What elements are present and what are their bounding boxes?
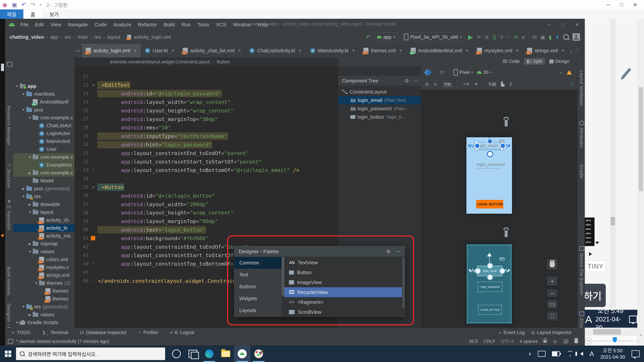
align-icon[interactable]: ▙ — [501, 81, 504, 87]
palette-category-scrollbar[interactable] — [282, 257, 284, 296]
sad-face-icon[interactable]: ☹ — [563, 339, 568, 345]
baseline-handle[interactable] — [487, 151, 493, 157]
stripe-attributes[interactable]: Attributes — [579, 128, 584, 148]
debug-icon[interactable]: ⣿ — [492, 34, 496, 40]
view-options-icon[interactable]: ◎ — [425, 81, 429, 87]
happy-face-icon[interactable]: ☺ — [552, 339, 558, 344]
tree-item-values[interactable]: ▶values — [13, 311, 74, 319]
infer-constraints-icon[interactable]: ✦ — [474, 81, 478, 87]
tab-close-icon[interactable]: ✕ — [516, 48, 519, 53]
battery-icon[interactable] — [552, 351, 560, 356]
stripe-layout-validation[interactable]: Layout Validation — [579, 70, 584, 106]
tab-close-icon[interactable]: ✕ — [399, 48, 402, 53]
palette-item-RecyclerView[interactable]: RecyclerView — [284, 287, 402, 297]
tree-item-themes[interactable]: <>themes — [13, 295, 74, 303]
caret-position[interactable]: 35:5 — [469, 339, 478, 344]
tree-toggle-icon[interactable]: ▶ — [27, 171, 33, 175]
line-separator[interactable]: CRLF — [484, 339, 496, 344]
sdk-manager-icon[interactable]: ⬇ — [555, 34, 560, 40]
constraint-handle-left[interactable] — [474, 143, 480, 149]
tab-close-icon[interactable]: ✕ — [352, 48, 355, 53]
profiler-icon[interactable]: ◔ — [507, 34, 510, 40]
tree-item-Gradle Scripts[interactable]: ▼Gradle Scripts — [13, 319, 74, 327]
breadcrumb-main[interactable]: main — [78, 34, 88, 40]
menu-tools[interactable]: Tools — [195, 21, 212, 28]
menu-analyze[interactable]: Analyze — [111, 21, 134, 28]
tree-toggle-icon[interactable]: ▼ — [27, 210, 33, 214]
tree-item-res[interactable]: ▼res(generated) — [13, 303, 74, 311]
tree-item-strings.xml[interactable]: <>strings.xml — [13, 271, 74, 279]
project-tree-panel[interactable]: ▼app▼manifestsMFAndroidManif▼java▼com.ex… — [13, 44, 74, 346]
stripe-structure[interactable]: 7: Structure — [6, 164, 12, 188]
tab-list-chevron-icon[interactable]: ⌄ — [569, 48, 573, 53]
toolwindow-event-log[interactable]: ◖Event Log — [498, 330, 525, 335]
breadcrumb-layout[interactable]: layout — [107, 34, 120, 40]
rerun-tests-icon[interactable]: ⟲ — [514, 34, 518, 40]
tab-close-icon[interactable]: ✕ — [298, 48, 302, 53]
tree-item-themes[interactable]: <>themes — [13, 287, 74, 295]
apply-changes-icon[interactable]: ⟳ — [477, 34, 481, 40]
device-file-explorer-stripe-icon[interactable] — [579, 246, 584, 251]
breadcrumb-src[interactable]: src — [64, 34, 71, 40]
lock-icon[interactable] — [544, 340, 547, 343]
breadcrumb-activity_login.xml[interactable]: activity_login.xml — [134, 34, 171, 40]
menu-vcs[interactable]: VCS — [213, 21, 229, 28]
device-dropdown[interactable]: Pixel_3a_API_30_x86 ▾ — [402, 32, 464, 41]
palette-category-layouts[interactable]: Layouts — [234, 305, 282, 317]
tree-item-MainActivit[interactable]: MainActivit — [13, 137, 74, 145]
breadcrumb-root[interactable]: androidx.constraintlayout.widget.Constra… — [110, 59, 210, 64]
design-surface-icon[interactable] — [425, 70, 431, 75]
tab-close-icon[interactable]: ✕ — [133, 48, 137, 53]
blueprint-button-box[interactable]: LOGIN_BUTTON — [478, 305, 502, 315]
stripe-gradle[interactable]: Gradle — [579, 164, 584, 178]
tab-ChatListActivity.kt[interactable]: ChatListActivity.kt✕ — [245, 44, 306, 57]
default-margin-dropdown[interactable]: 0dp — [442, 81, 453, 87]
menu-run[interactable]: Run — [179, 21, 194, 28]
task-view-button[interactable] — [185, 346, 201, 362]
palette-category-common[interactable]: Common — [234, 257, 282, 269]
run-tasks-icon[interactable]: ≣ — [484, 34, 489, 40]
qat-dropdown-icon[interactable]: ▾ — [40, 3, 42, 7]
paint-taskbar-icon[interactable] — [250, 346, 267, 362]
stripe-favorites[interactable]: 2: Favorites — [6, 205, 12, 230]
tree-item-mystyles.x[interactable]: <>mystyles.x — [13, 264, 74, 271]
menu-view[interactable]: View — [48, 21, 64, 28]
edge-taskbar-icon[interactable] — [201, 346, 218, 362]
design-warnings-icon[interactable] — [567, 70, 572, 75]
breadcrumb-res[interactable]: res — [94, 34, 101, 40]
constraint-handle-top[interactable] — [487, 263, 493, 269]
tree-toggle-icon[interactable]: ▼ — [27, 116, 33, 120]
tab-close-icon[interactable]: ✕ — [466, 48, 469, 53]
tree-item-ChatListAct[interactable]: ChatListAct — [13, 122, 74, 130]
ime-indicator[interactable]: A — [590, 350, 594, 358]
palette-item-ScrollView[interactable]: ScrollView — [284, 307, 402, 317]
mode-code[interactable]: Code — [500, 58, 523, 65]
clear-constraints-icon[interactable]: ⌁✕ — [463, 81, 469, 87]
orientation-icon[interactable]: ⟳ — [440, 69, 444, 76]
tree-toggle-icon[interactable]: ▼ — [14, 321, 20, 325]
paint-tab-view[interactable]: 보기 — [42, 9, 66, 19]
menu-navigate[interactable]: Navigate — [66, 21, 90, 28]
tree-item-layout[interactable]: ▼layout — [13, 208, 74, 216]
tab-strings.xml[interactable]: <>strings.xml✕ — [523, 44, 569, 57]
api-level-dropdown[interactable]: 30 ▾ — [477, 70, 492, 75]
tree-toggle-icon[interactable]: ▼ — [21, 195, 26, 198]
taskbar-clock[interactable]: 오전 5:50 2021-04-30 — [600, 348, 625, 360]
breadcrumb-app[interactable]: app — [50, 34, 58, 40]
tab-User.kt[interactable]: User.kt✕ — [141, 44, 178, 57]
stop-icon[interactable]: ■ — [522, 34, 525, 40]
project-stripe-icon[interactable] — [7, 62, 12, 66]
file-explorer-taskbar-icon[interactable] — [218, 346, 234, 362]
taskbar-search-input[interactable]: 검색하려면 여기에 입력하십시오. — [16, 348, 165, 360]
tree-item-com.example.c[interactable]: ▼com.example.c — [13, 114, 74, 122]
cortana-button[interactable] — [168, 346, 185, 362]
toolwindow-database-inspector[interactable]: ⛁Database Inspector — [80, 330, 127, 335]
constraint-handle-right[interactable] — [499, 268, 505, 274]
tree-item-values[interactable]: ▼values — [13, 248, 74, 256]
tree-item-activity_lo[interactable]: <>activity_lo — [13, 224, 74, 232]
tab-AndroidManifest.xml[interactable]: MFAndroidManifest.xml✕ — [407, 44, 473, 57]
tree-item-themes[interactable]: ▼themes(2) — [13, 279, 74, 287]
volume-icon[interactable] — [580, 352, 583, 356]
tree-item-com.example.c[interactable]: ▶com.example.c — [13, 169, 74, 177]
start-button[interactable] — [0, 346, 16, 362]
